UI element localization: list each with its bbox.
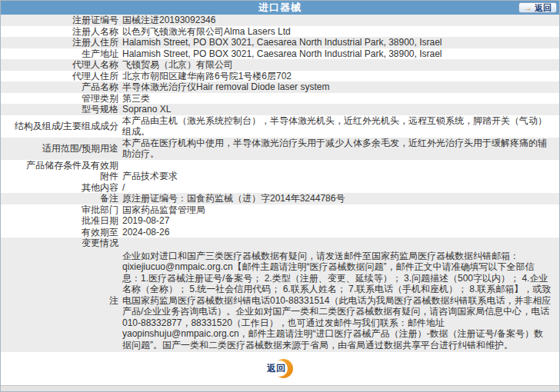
row-label: 注册证编号 bbox=[1, 15, 122, 26]
table-row-model-spec: 型号规格 Soprano XL bbox=[1, 104, 559, 115]
page-header: 进口器械 → 返回 bbox=[1, 1, 559, 15]
row-label: 备注 bbox=[1, 193, 122, 204]
row-value: 2024-08-26 bbox=[122, 227, 559, 238]
table-row-management-class: 管理类别 第三类 bbox=[1, 93, 559, 105]
row-value: 以色列飞顿激光有限公司Alma Lasers Ltd bbox=[122, 26, 559, 38]
table-row-expiry-date: 有效期至 2024-08-26 bbox=[1, 227, 559, 238]
row-value: / bbox=[122, 182, 559, 194]
table-row-intended-use: 适用范围/预期用途 本产品在医疗机构中使用，半导体激光治疗头用于减少人体多余毛发… bbox=[1, 138, 559, 160]
table-row-agent-name: 代理人名称 飞顿贸易（北京）有限公司 bbox=[1, 59, 559, 71]
back-button-label: 返回 bbox=[535, 4, 552, 12]
import-device-detail-page: 进口器械 → 返回 注册证编号 国械注进20193092346 注册人名称 以色… bbox=[0, 0, 560, 392]
row-label: 产品名称 bbox=[1, 81, 122, 93]
footer: 返回 bbox=[1, 352, 559, 385]
row-value: 企业如对进口和国产三类医疗器械数据有疑问，请发送邮件至国家药监局医疗器械数据纠错… bbox=[122, 251, 559, 351]
row-value: 产品技术要求 bbox=[122, 171, 559, 182]
page-title: 进口器械 bbox=[1, 1, 559, 15]
row-value: 飞顿贸易（北京）有限公司 bbox=[122, 59, 559, 71]
row-value: 半导体激光治疗仪Hair removal Diode laser system bbox=[122, 81, 559, 93]
row-value: Halamish Street, PO BOX 3021, Caesarea N… bbox=[122, 37, 559, 48]
table-row-structure-composition: 结构及组成/主要组成成分 本产品由主机（激光系统控制台），半导体激光机头，近红外… bbox=[1, 115, 559, 138]
row-label: 结构及组成/主要组成成分 bbox=[1, 121, 122, 132]
detail-table: 注册证编号 国械注进20193092346 注册人名称 以色列飞顿激光有限公司A… bbox=[1, 15, 559, 352]
row-label: 型号规格 bbox=[1, 104, 122, 115]
row-label: 管理类别 bbox=[1, 93, 122, 105]
row-label: 其他内容 bbox=[1, 182, 122, 194]
row-value: 北京市朝阳区建华南路6号院1号楼6层702 bbox=[122, 71, 559, 82]
row-value: 本产品在医疗机构中使用，半导体激光治疗头用于减少人体多余毛发，近红外光治疗头用于… bbox=[122, 138, 559, 160]
row-label: 生产地址 bbox=[1, 48, 122, 60]
back-arrow-icon: → bbox=[524, 4, 532, 12]
table-row-storage-conditions: 产品储存条件及有效期 bbox=[1, 160, 559, 171]
table-row-attachment: 附件 产品技术要求 bbox=[1, 171, 559, 182]
table-row-registrant-address: 注册人住所 Halamish Street, PO BOX 3021, Caes… bbox=[1, 37, 559, 48]
table-row-product-name: 产品名称 半导体激光治疗仪Hair removal Diode laser sy… bbox=[1, 81, 559, 93]
back-button[interactable]: → 返回 bbox=[518, 2, 557, 13]
table-row-production-address: 生产地址 Halamish Street, PO BOX 3021, Caesa… bbox=[1, 48, 559, 60]
table-row-approval-date: 批准日期 2019-08-27 bbox=[1, 215, 559, 227]
table-row-remarks: 备注 原注册证编号：国食药监械（进）字2014年3244786号 bbox=[1, 193, 559, 204]
row-value: Soprano XL bbox=[122, 104, 559, 115]
row-label: 产品储存条件及有效期 bbox=[1, 160, 122, 171]
table-row-change-status: 变更情况 bbox=[1, 238, 559, 249]
row-label: 代理人住所 bbox=[1, 71, 122, 82]
row-value: 2019-08-27 bbox=[122, 215, 559, 227]
row-label: 注册人住所 bbox=[1, 37, 122, 48]
row-value: 本产品由主机（激光系统控制台），半导体激光机头，近红外光机头，远程互锁系统，脚踏… bbox=[122, 115, 559, 138]
table-row-approval-department: 审批部门 国家药品监督管理局 bbox=[1, 204, 559, 216]
row-value: 原注册证编号：国食药监械（进）字2014年3244786号 bbox=[122, 193, 559, 204]
row-value: 国家药品监督管理局 bbox=[122, 204, 559, 216]
return-button[interactable]: 返回 bbox=[267, 359, 293, 378]
row-label: 有效期至 bbox=[1, 227, 122, 238]
row-label: 注 bbox=[1, 295, 122, 307]
row-value: 第三类 bbox=[122, 93, 559, 105]
row-label: 代理人名称 bbox=[1, 59, 122, 71]
table-row-note: 注 企业如对进口和国产三类医疗器械数据有疑问，请发送邮件至国家药监局医疗器械数据… bbox=[1, 249, 559, 353]
row-label: 附件 bbox=[1, 171, 122, 182]
return-button-label: 返回 bbox=[267, 362, 285, 375]
table-row-registration-number: 注册证编号 国械注进20193092346 bbox=[1, 15, 559, 26]
row-value bbox=[122, 238, 559, 249]
row-label: 注册人名称 bbox=[1, 26, 122, 38]
row-label: 审批部门 bbox=[1, 204, 122, 216]
row-value: Halamish Street, PO BOX 3021, Caesarea N… bbox=[122, 48, 559, 60]
row-value bbox=[122, 160, 559, 171]
row-label: 适用范围/预期用途 bbox=[1, 143, 122, 154]
row-value: 国械注进20193092346 bbox=[122, 15, 559, 26]
table-row-other-content: 其他内容 / bbox=[1, 182, 559, 194]
horizontal-scrollbar[interactable] bbox=[1, 385, 559, 391]
table-row-agent-address: 代理人住所 北京市朝阳区建华南路6号院1号楼6层702 bbox=[1, 71, 559, 82]
row-label: 变更情况 bbox=[1, 238, 122, 249]
table-row-registrant-name: 注册人名称 以色列飞顿激光有限公司Alma Lasers Ltd bbox=[1, 26, 559, 38]
row-label: 批准日期 bbox=[1, 215, 122, 227]
